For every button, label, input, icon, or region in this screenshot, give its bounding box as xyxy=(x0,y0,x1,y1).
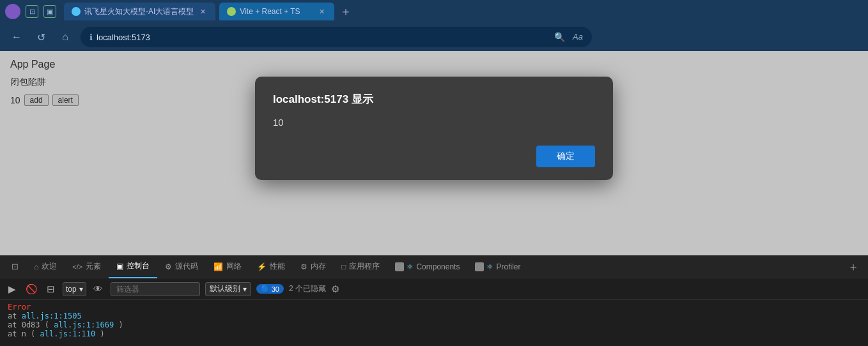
tab1-close[interactable]: ✕ xyxy=(198,6,208,17)
devtools-console: Error at all.js:1:1505 at 0d83 ( all.js:… xyxy=(0,300,868,346)
console-label: 控制台 xyxy=(127,260,150,271)
badge-count: 30 xyxy=(272,285,279,293)
devtools-panel: ⊡ ⌂ 欢迎 </> 元素 ▣ 控制台 ⚙ 源代码 📶 网络 ⚡ 性能 ⚙ 内存 xyxy=(0,255,868,346)
address-bar: ← ↺ ⌂ ℹ localhost:5173 🔍 Aa xyxy=(0,23,868,51)
components-label: Components xyxy=(416,262,460,271)
error-count-badge: 🔵 30 xyxy=(256,284,284,294)
network-label: 网络 xyxy=(226,261,242,272)
reader-icon[interactable]: Aa xyxy=(573,32,583,42)
context-value: top xyxy=(66,285,77,294)
elements2-icon: </> xyxy=(72,263,82,271)
devtools-tab-network[interactable]: 📶 网络 xyxy=(206,255,249,278)
alert-message: 10 xyxy=(273,117,595,128)
application-icon: □ xyxy=(341,262,346,271)
badge-icon: 🔵 xyxy=(261,285,270,293)
zoom-icon[interactable]: 🔍 xyxy=(554,32,565,42)
profiler-icon: ⚛ xyxy=(486,262,493,271)
components-icon: ⚛ xyxy=(407,262,414,271)
elements2-label: 元素 xyxy=(86,261,101,272)
hidden-count-text: 2 个已隐藏 xyxy=(289,283,326,294)
tab2-title: Vite + React + TS xyxy=(240,7,313,16)
reload-button[interactable]: ↺ xyxy=(32,28,50,46)
console-icon: ▣ xyxy=(116,262,123,271)
console-prefix-1: at xyxy=(8,312,22,320)
profiler-label: Profiler xyxy=(496,262,520,271)
elements-icon: ⌂ xyxy=(34,262,38,271)
context-select[interactable]: top ▾ xyxy=(63,282,86,296)
console-prefix-3: at n ( xyxy=(8,329,35,338)
console-line-2: at 0d83 ( all.js:1:1669 ) xyxy=(8,320,860,329)
devtools-tab-profiler[interactable]: ⚛ Profiler xyxy=(467,255,528,278)
browser-tab-1[interactable]: 讯飞星火知大模型-AI大语言模型 ✕ xyxy=(64,3,215,20)
devtools-tab-performance[interactable]: ⚡ 性能 xyxy=(249,255,293,278)
level-dropdown-icon: ▾ xyxy=(243,285,247,294)
console-suffix-2: ) xyxy=(118,320,123,329)
devtools-tab-memory[interactable]: ⚙ 内存 xyxy=(293,255,334,278)
devtools-toolbar: ▶ 🚫 ⊟ top ▾ 👁 默认级别 ▾ 🔵 30 2 个已隐藏 ⚙ xyxy=(0,278,868,300)
tab2-close[interactable]: ✕ xyxy=(316,6,327,17)
alert-overlay: localhost:5173 显示 10 确定 xyxy=(0,51,868,255)
execute-button[interactable]: ▶ xyxy=(5,282,19,296)
network-icon: 📶 xyxy=(213,262,223,271)
console-link-2[interactable]: all.js:1:1669 xyxy=(54,320,114,329)
profiler-swatch xyxy=(475,262,484,271)
address-text: localhost:5173 xyxy=(97,33,150,42)
devtools-tab-add[interactable]: ＋ xyxy=(842,259,864,275)
eye-button[interactable]: 👁 xyxy=(91,282,105,296)
alert-dialog: localhost:5173 显示 10 确定 xyxy=(255,77,613,180)
page-content-area: App Page 闭包陷阱 10 add alert localhost:517… xyxy=(0,51,868,255)
filter-input[interactable] xyxy=(111,282,200,296)
elements-label: 欢迎 xyxy=(42,261,57,272)
devtools-tab-console[interactable]: ▣ 控制台 xyxy=(109,255,157,278)
address-right-icons: 🔍 Aa xyxy=(554,32,583,42)
context-dropdown-icon: ▾ xyxy=(79,285,83,294)
console-link-1[interactable]: all.js:1:1505 xyxy=(22,312,82,320)
performance-label: 性能 xyxy=(270,261,285,272)
devtools-tab-inspect[interactable]: ⊡ xyxy=(4,255,26,278)
window-control[interactable]: ⊡ xyxy=(26,5,38,18)
devtools-tab-application[interactable]: □ 应用程序 xyxy=(334,255,387,278)
clear-button[interactable]: 🚫 xyxy=(24,282,38,296)
console-line-error: Error xyxy=(8,303,860,312)
components-swatch xyxy=(395,262,404,271)
devtools-tab-elements2[interactable]: </> 元素 xyxy=(65,255,109,278)
devtools-tab-sources[interactable]: ⚙ 源代码 xyxy=(157,255,206,278)
level-value: 默认级别 xyxy=(210,283,240,294)
performance-icon: ⚡ xyxy=(257,262,267,271)
console-line-3: at n ( all.js:1:110 ) xyxy=(8,329,860,338)
alert-host: localhost:5173 显示 xyxy=(273,92,595,107)
sources-label: 源代码 xyxy=(175,261,198,272)
settings-gear-icon[interactable]: ⚙ xyxy=(331,283,339,295)
devtools-tabs: ⊡ ⌂ 欢迎 </> 元素 ▣ 控制台 ⚙ 源代码 📶 网络 ⚡ 性能 ⚙ 内存 xyxy=(0,255,868,278)
sources-icon: ⚙ xyxy=(165,262,172,271)
devtools-tab-elements[interactable]: ⌂ 欢迎 xyxy=(26,255,65,278)
alert-footer: 确定 xyxy=(273,146,595,167)
back-button[interactable]: ← xyxy=(8,28,26,46)
info-icon: ℹ xyxy=(89,33,93,42)
new-tab-button[interactable]: ＋ xyxy=(337,3,355,20)
alert-ok-button[interactable]: 确定 xyxy=(536,146,595,167)
devtools-tab-components[interactable]: ⚛ Components xyxy=(387,255,467,278)
home-button[interactable]: ⌂ xyxy=(56,28,74,46)
console-line-1: at all.js:1:1505 xyxy=(8,312,860,320)
level-select[interactable]: 默认级别 ▾ xyxy=(205,282,251,296)
browser-titlebar: ⊡ ▣ 讯飞星火知大模型-AI大语言模型 ✕ Vite + React + TS… xyxy=(0,0,868,23)
sidebar-toggle[interactable]: ⊟ xyxy=(43,282,58,296)
browser-tab-2[interactable]: Vite + React + TS ✕ xyxy=(219,3,334,20)
console-prefix-2: at 0d83 ( xyxy=(8,320,49,329)
application-label: 应用程序 xyxy=(349,261,380,272)
profile-avatar[interactable] xyxy=(5,4,20,19)
window-tab-icon[interactable]: ▣ xyxy=(43,5,56,18)
tab1-favicon xyxy=(72,7,81,16)
console-suffix-3: ) xyxy=(100,329,105,338)
inspect-icon: ⊡ xyxy=(12,262,19,271)
memory-icon: ⚙ xyxy=(300,262,307,271)
tab1-title: 讯飞星火知大模型-AI大语言模型 xyxy=(84,6,194,17)
memory-label: 内存 xyxy=(311,261,326,272)
address-box[interactable]: ℹ localhost:5173 🔍 Aa xyxy=(81,27,592,47)
tab2-favicon xyxy=(227,7,236,16)
console-link-3[interactable]: all.js:1:110 xyxy=(40,329,96,338)
